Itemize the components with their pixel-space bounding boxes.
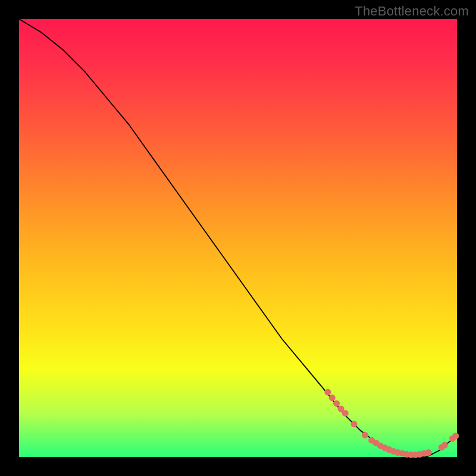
data-marker xyxy=(324,389,331,396)
data-markers xyxy=(324,389,459,458)
data-marker xyxy=(441,442,448,449)
chart-frame: TheBottleneck.com xyxy=(0,0,476,476)
data-marker xyxy=(351,421,358,427)
data-marker xyxy=(362,432,368,439)
watermark-text: TheBottleneck.com xyxy=(355,4,469,19)
data-marker xyxy=(425,449,432,456)
data-marker xyxy=(333,400,340,407)
bottleneck-curve xyxy=(19,19,457,457)
data-marker xyxy=(342,410,349,416)
chart-svg xyxy=(19,19,457,457)
data-marker xyxy=(452,433,459,439)
data-marker xyxy=(329,394,336,401)
plot-area xyxy=(19,19,457,457)
